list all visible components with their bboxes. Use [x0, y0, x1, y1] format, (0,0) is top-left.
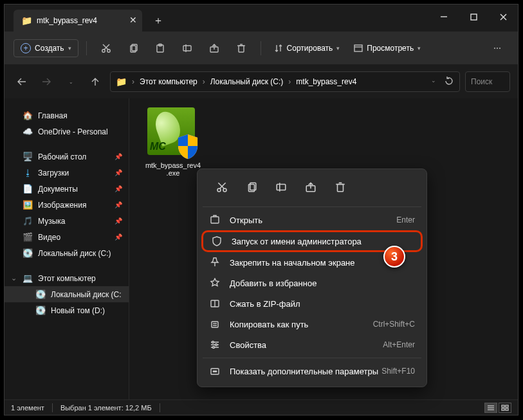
sort-button[interactable]: Сортировать ▾ [269, 37, 345, 59]
ctx-copy-button[interactable] [240, 177, 263, 197]
ctx-label: Добавить в избранное [230, 278, 317, 288]
separator [261, 41, 261, 55]
folder-icon: 📁 [21, 15, 32, 26]
ctx-favorite[interactable]: Добавить в избранное [197, 273, 427, 293]
svg-point-49 [213, 371, 214, 372]
svg-rect-26 [506, 408, 508, 410]
ctx-cut-button[interactable] [210, 177, 234, 197]
sidebar-item-music[interactable]: 🎵Музыка📌 [5, 213, 129, 229]
sidebar-item-home[interactable]: 🏠Главная [5, 107, 129, 123]
breadcrumbs[interactable]: 📁 Этот компьютер Локальный диск (C:) mtk… [110, 71, 460, 92]
view-icon [354, 44, 363, 53]
svg-rect-39 [211, 217, 219, 223]
sidebar: 🏠Главная ☁️OneDrive - Personal 🖥️Рабочий… [5, 98, 129, 399]
address-bar: ⌄ 📁 Этот компьютер Локальный диск (C:) m… [5, 65, 518, 98]
svg-point-45 [212, 342, 214, 343]
history-dropdown[interactable]: ⌄ [61, 72, 80, 91]
sidebar-item-pictures[interactable]: 🖼️Изображения📌 [5, 197, 129, 213]
copy-button[interactable] [122, 37, 145, 59]
cut-button[interactable] [95, 37, 118, 59]
pin-icon: 📌 [115, 153, 122, 160]
status-count: 1 элемент [11, 404, 44, 412]
breadcrumb-segment[interactable]: mtk_bypass_rev4 [296, 77, 356, 86]
ctx-label: Закрепить на начальном экране [230, 258, 355, 268]
ctx-label: Сжать в ZIP-файл [230, 299, 300, 309]
svg-rect-33 [277, 185, 286, 190]
document-icon: 📄 [23, 184, 33, 194]
chevron-right-icon [131, 77, 136, 86]
statusbar: 1 элемент Выбран 1 элемент: 12,2 МБ [5, 399, 518, 415]
icons-view-toggle[interactable] [499, 403, 511, 413]
view-button[interactable]: Просмотреть ▾ [349, 37, 426, 59]
chevron-down-icon: ▾ [417, 45, 421, 51]
forward-button[interactable] [37, 72, 56, 91]
chevron-right-icon [287, 77, 292, 86]
sidebar-item-videos[interactable]: 🎬Видео📌 [5, 229, 129, 245]
chevron-down-icon[interactable]: ⌄ [431, 77, 436, 84]
drive-icon: 💽 [35, 306, 46, 315]
chevron-right-icon [201, 77, 206, 86]
refresh-button[interactable] [444, 76, 454, 88]
file-item[interactable]: MC mtk_bypass_rev4 .exe [138, 107, 208, 177]
svg-point-50 [214, 371, 215, 372]
back-button[interactable] [12, 72, 32, 91]
sidebar-item-label: Локальный диск (C: [51, 290, 122, 299]
paste-button[interactable] [149, 37, 172, 59]
close-button[interactable] [488, 7, 518, 26]
sidebar-item-label: Изображения [38, 201, 86, 210]
music-icon: 🎵 [23, 216, 33, 226]
tab-active[interactable]: 📁 mtk_bypass_rev4 ✕ [14, 10, 142, 32]
chevron-down-icon: ▾ [68, 45, 71, 51]
sidebar-item-documents[interactable]: 📄Документы📌 [5, 181, 129, 197]
minimize-button[interactable] [429, 7, 459, 26]
separator [203, 358, 421, 358]
pin-icon: 📌 [115, 233, 122, 241]
star-icon [209, 278, 221, 288]
create-button[interactable]: + Создать ▾ [14, 39, 78, 57]
sidebar-item-onedrive[interactable]: ☁️OneDrive - Personal [5, 123, 129, 140]
sidebar-item-localdisk-c[interactable]: 💽Локальный диск (C: [5, 286, 129, 302]
delete-button[interactable] [230, 37, 253, 59]
up-button[interactable] [86, 72, 105, 91]
ctx-properties[interactable]: Свойства Alt+Enter [197, 334, 427, 355]
maximize-button[interactable] [459, 7, 488, 26]
ctx-copy-path[interactable]: Копировать как путь Ctrl+Shift+C [197, 314, 427, 334]
sidebar-item-label: Новый том (D:) [51, 306, 105, 315]
more-button[interactable]: ⋯ [486, 37, 509, 59]
ctx-compress-zip[interactable]: Сжать в ZIP-файл [197, 293, 427, 314]
ctx-share-button[interactable] [299, 177, 322, 197]
share-button[interactable] [203, 37, 226, 59]
svg-rect-15 [239, 46, 244, 52]
ctx-rename-button[interactable] [270, 177, 293, 197]
sidebar-item-label: Рабочий стол [38, 152, 86, 161]
view-toggles [484, 403, 511, 413]
cloud-icon: ☁️ [23, 127, 33, 136]
svg-rect-24 [506, 405, 508, 407]
breadcrumb-segment[interactable]: Локальный диск (C:) [210, 77, 284, 86]
breadcrumb-segment[interactable]: Этот компьютер [140, 77, 197, 86]
sidebar-item-label: Локальный диск (C:) [38, 249, 111, 258]
sidebar-item-label: Документы [38, 185, 78, 194]
pc-icon: 💻 [23, 273, 33, 283]
plus-icon: + [21, 43, 31, 53]
new-tab-button[interactable]: ＋ [147, 10, 169, 32]
separator [86, 41, 87, 55]
sidebar-item-newvol-d[interactable]: 💽Новый том (D:) [5, 302, 129, 318]
ctx-open[interactable]: Открыть Enter [197, 210, 427, 230]
sidebar-item-thispc[interactable]: 💻Этот компьютер [5, 270, 129, 286]
sidebar-item-label: Загрузки [38, 169, 69, 178]
titlebar: 📁 mtk_bypass_rev4 ✕ ＋ [5, 5, 518, 32]
details-view-toggle[interactable] [484, 403, 497, 413]
rename-button[interactable] [176, 37, 199, 59]
ctx-show-more[interactable]: Показать дополнительные параметры Shift+… [197, 361, 427, 381]
svg-rect-18 [354, 45, 362, 51]
sidebar-item-localdisk[interactable]: 💽Локальный диск (C:) [5, 245, 129, 261]
search-input[interactable]: Поиск [465, 71, 510, 92]
svg-rect-23 [502, 405, 504, 407]
sidebar-item-desktop[interactable]: 🖥️Рабочий стол📌 [5, 149, 129, 165]
tab-close-button[interactable]: ✕ [129, 15, 137, 25]
video-icon: 🎬 [23, 232, 33, 242]
ctx-delete-button[interactable] [329, 177, 352, 197]
sidebar-item-downloads[interactable]: ⭳Загрузки📌 [5, 165, 129, 181]
properties-icon [209, 340, 221, 350]
